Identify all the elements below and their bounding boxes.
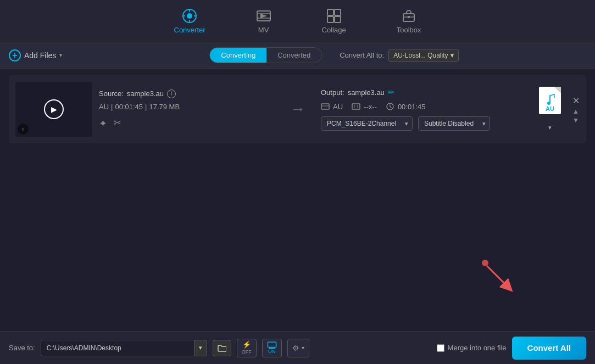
convert-all-button[interactable]: Convert All [512,337,586,360]
item-controls: ✕ ▲ ▼ [572,96,580,124]
au-file-icon: AU [536,87,564,120]
path-dropdown-button[interactable]: ▾ [194,340,207,356]
svg-rect-18 [352,104,360,109]
settings-dropdown-icon: ▾ [302,345,304,351]
play-button[interactable]: ▶ [44,99,64,119]
source-label: Source: [99,89,124,98]
star-icon[interactable]: ✦ [99,117,107,130]
output-section: Output: sample3.au ✏ AU --x-- 00:01:45 [321,88,530,131]
add-files-label: Add Files [24,51,56,60]
add-files-dropdown-icon: ▾ [59,52,62,58]
output-header: Output: sample3.au ✏ [321,88,530,97]
output-controls: PCM_S16BE-2Channel Subtitle Disabled [321,116,530,131]
converter-icon [182,8,197,24]
convert-all-to-label: Convert All to: [340,51,384,59]
mv-icon [256,8,271,24]
info-icon[interactable]: i [167,89,176,98]
output-format-meta: AU [321,102,343,111]
merge-label: Merge into one file [448,344,507,352]
svg-point-20 [547,102,550,105]
file-item: ▶ ○ Source: sample3.au i AU | 00:01:45 |… [9,75,586,143]
source-filename: sample3.au [127,89,164,98]
quality-value: AU-Lossl... Quality [393,52,448,59]
svg-rect-9 [327,9,333,15]
main-content: ▶ ○ Source: sample3.au i AU | 00:01:45 |… [0,75,595,338]
svg-rect-22 [268,341,276,346]
clock-icon [386,102,394,111]
format-icon [321,102,330,111]
nav-collage[interactable]: Collage [313,4,355,38]
subtitle-select[interactable]: Subtitle Disabled [418,116,490,131]
nav-toolbox[interactable]: Toolbox [388,4,430,38]
au-file-icon-area: AU ▾ [536,87,564,132]
tab-converting[interactable]: Converting [210,48,266,63]
tab-group: Converting Converted [209,47,322,63]
resolution-icon [352,102,360,111]
quality-select[interactable]: AU-Lossl... Quality ▾ [388,49,458,62]
au-icon-body: AU [539,87,561,114]
edit-output-icon[interactable]: ✏ [388,88,394,97]
file-duration: 00:01:45 [115,103,143,111]
boost-button[interactable]: ⚡ OFF [237,339,257,357]
nav-mv[interactable]: MV [247,4,280,38]
add-files-icon: + [9,49,21,61]
file-size: 17.79 MB [149,103,180,111]
hw-status: ON [268,349,276,355]
boost-icon: ⚡ [242,340,251,349]
output-duration: 00:01:45 [398,103,426,111]
output-duration-meta: 00:01:45 [386,102,426,111]
svg-rect-12 [335,16,341,23]
browse-folder-button[interactable] [213,340,231,356]
output-resolution-meta: --x-- [352,102,377,111]
au-icon-label: AU [546,105,554,112]
move-up-button[interactable]: ▲ [572,108,580,115]
thumbnail[interactable]: ▶ ○ [15,82,92,137]
convert-arrow: → [281,100,314,118]
output-filename: sample3.au [348,88,385,97]
folder-icon [218,344,226,352]
svg-point-1 [187,13,192,19]
collage-icon [326,8,342,24]
hw-acceleration-button[interactable]: ON [262,339,282,357]
save-path-input[interactable] [41,340,194,356]
settings-button[interactable]: ⚙ ▾ [287,339,309,357]
file-actions: ✦ ✂ [99,117,275,130]
output-format-dropdown-btn[interactable]: ▾ [548,122,552,132]
toolbar: + Add Files ▾ Converting Converted Conve… [0,42,595,69]
audio-format-select[interactable]: PCM_S16BE-2Channel [321,116,413,131]
merge-checkbox-group: Merge into one file [437,344,507,352]
thumb-corner: ○ [18,124,29,135]
bottom-bar: Save to: ▾ ⚡ OFF ON ⚙ ▾ Merge into one f… [0,331,595,364]
path-input-group: ▾ [41,340,207,356]
nav-converter[interactable]: Converter [165,4,214,38]
output-label: Output: [321,88,344,97]
file-meta: AU | 00:01:45 | 17.79 MB [99,103,275,111]
close-item-button[interactable]: ✕ [572,96,580,106]
file-info: Source: sample3.au i AU | 00:01:45 | 17.… [99,89,275,130]
svg-rect-11 [327,16,333,23]
boost-status: OFF [242,349,252,355]
source-line: Source: sample3.au i [99,89,275,98]
settings-icon: ⚙ [292,344,299,352]
file-format: AU [99,103,109,111]
nav-mv-label: MV [258,26,269,34]
merge-checkbox[interactable] [437,344,444,352]
hw-icon [267,341,277,349]
top-nav: Converter MV Collage [0,0,595,42]
output-meta: AU --x-- 00:01:45 [321,102,530,111]
quality-dropdown-icon: ▾ [451,52,454,59]
nav-toolbox-label: Toolbox [397,26,421,34]
output-format: AU [333,103,343,111]
svg-rect-16 [321,104,329,109]
toolbox-icon [401,8,416,24]
nav-collage-label: Collage [322,26,346,34]
move-down-button[interactable]: ▼ [572,117,580,124]
cut-icon[interactable]: ✂ [114,117,121,130]
tab-converted[interactable]: Converted [266,48,321,63]
convert-all-to: Convert All to: AU-Lossl... Quality ▾ [340,49,458,62]
svg-rect-15 [408,16,410,18]
audio-format-select-wrapper[interactable]: PCM_S16BE-2Channel [321,116,413,131]
subtitle-select-wrapper[interactable]: Subtitle Disabled [418,116,490,131]
add-files-button[interactable]: + Add Files ▾ [9,49,62,61]
output-resolution: --x-- [364,103,377,111]
